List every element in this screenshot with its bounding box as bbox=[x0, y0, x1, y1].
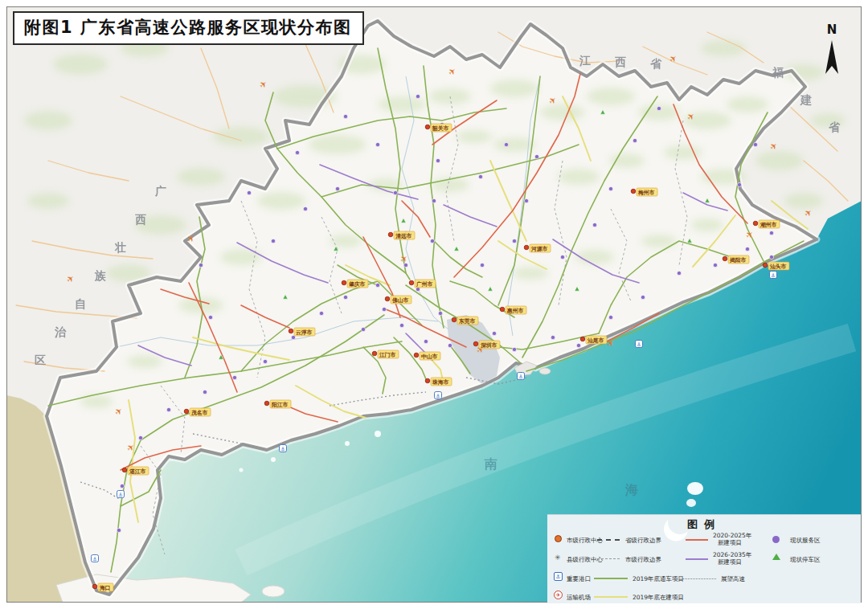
city-admin-center-icon bbox=[555, 535, 562, 542]
port-anchor-icon: ⚓ bbox=[436, 393, 440, 399]
city-label: 广州市 bbox=[416, 280, 433, 288]
service-area-marker bbox=[247, 190, 251, 194]
city-center-dot bbox=[264, 401, 269, 406]
city-label: 深圳市 bbox=[480, 341, 497, 349]
hk-island bbox=[539, 368, 551, 374]
service-area-marker bbox=[560, 255, 564, 259]
neighbor-province-label: 西 bbox=[135, 213, 146, 226]
city-boundary-line-sample bbox=[597, 558, 620, 559]
islet bbox=[345, 441, 350, 446]
service-area-marker bbox=[551, 335, 555, 339]
service-area-marker bbox=[430, 239, 434, 243]
airport-icon: ✈ bbox=[554, 591, 563, 599]
legend-label-service-area: 现状服务区 bbox=[790, 537, 821, 544]
mountain-texture bbox=[810, 113, 845, 128]
construction-2019-line-sample bbox=[594, 596, 628, 598]
service-area-marker bbox=[199, 263, 203, 267]
mountain-texture bbox=[177, 168, 225, 186]
north-arrow-icon bbox=[815, 35, 849, 76]
mountain-texture bbox=[27, 193, 69, 209]
city-label: 汕尾市 bbox=[587, 337, 604, 344]
service-area-marker bbox=[399, 323, 403, 327]
legend-label-new-2020-2025-l2: 新建项目 bbox=[713, 540, 751, 547]
service-area-marker bbox=[480, 263, 484, 267]
city-label: 珠海市 bbox=[432, 378, 449, 386]
service-area-marker bbox=[208, 315, 212, 319]
city-center-dot bbox=[342, 280, 346, 285]
figure-title: 附图1 广东省高速公路服务区现状分布图 bbox=[13, 11, 364, 45]
service-area-marker bbox=[769, 255, 773, 259]
map-figure-page: ⚓⚓⚓⚓⚓⚓⚓✈✈✈✈✈✈✈✈✈✈✈✈✈✈✈广州市佛山市深圳市东莞市珠海市中山市… bbox=[0, 0, 868, 613]
mountain-texture bbox=[701, 40, 746, 56]
port-icon: ⚓ bbox=[554, 572, 563, 581]
city-center-dot bbox=[524, 245, 529, 250]
mountain-texture bbox=[755, 151, 804, 170]
service-area-marker bbox=[416, 94, 420, 98]
city-center-dot bbox=[425, 378, 430, 383]
city-center-dot bbox=[500, 307, 505, 312]
new-2020-2025-line-sample bbox=[686, 539, 708, 541]
neighbor-province-label: 治 bbox=[54, 325, 67, 338]
legend-label-construction-2019: 2019年底在建项目 bbox=[633, 594, 684, 601]
service-area-marker bbox=[512, 347, 516, 351]
service-area-marker bbox=[753, 142, 757, 146]
legend-label-county-admin-center: 县级行政中心 bbox=[567, 556, 603, 563]
county-admin-center-icon: ✳ bbox=[555, 554, 561, 562]
service-area-marker bbox=[295, 150, 299, 154]
service-area-marker bbox=[138, 435, 142, 439]
service-area-marker bbox=[737, 182, 741, 186]
service-area-marker bbox=[393, 190, 397, 194]
mountain-texture bbox=[213, 127, 269, 146]
island bbox=[686, 499, 696, 507]
service-area-marker bbox=[375, 283, 379, 287]
neighbor-province-label: 省 bbox=[650, 57, 662, 70]
service-area-marker bbox=[608, 315, 612, 319]
parking-area-icon bbox=[772, 554, 780, 560]
mountain-texture bbox=[127, 355, 162, 368]
city-center-dot bbox=[452, 317, 457, 322]
service-area-marker bbox=[448, 343, 452, 347]
service-area-marker bbox=[633, 138, 637, 142]
mountain-texture bbox=[257, 192, 305, 210]
service-area-marker bbox=[677, 271, 681, 275]
city-center-dot bbox=[388, 232, 393, 237]
city-center-dot bbox=[580, 337, 585, 341]
port-anchor-icon: ⚓ bbox=[118, 492, 123, 498]
city-center-dot bbox=[372, 351, 377, 356]
city-center-dot bbox=[92, 584, 97, 589]
service-area-marker bbox=[232, 375, 236, 379]
service-area-marker bbox=[438, 311, 442, 315]
service-area-marker bbox=[504, 142, 508, 146]
mountain-texture bbox=[691, 219, 723, 231]
legend-label-prospective: 展望高速 bbox=[721, 575, 745, 582]
service-area-marker bbox=[478, 174, 482, 178]
service-area-marker bbox=[166, 407, 170, 411]
city-center-dot bbox=[122, 468, 127, 472]
mountain-texture bbox=[587, 88, 635, 105]
city-label: 东莞市 bbox=[458, 317, 476, 325]
service-area-marker bbox=[657, 106, 661, 110]
service-area-marker bbox=[608, 186, 612, 190]
service-area-marker bbox=[203, 390, 207, 394]
port-anchor-icon: ⚓ bbox=[92, 556, 97, 562]
legend: 图例 市级行政中心 ✳ 县级行政中心 ⚓ 重要港口 ✈ 运输机场 省级行政边界 … bbox=[547, 514, 861, 603]
mountain-texture bbox=[784, 193, 823, 209]
neighbor-province-label: 壮 bbox=[114, 241, 126, 254]
legend-title: 图例 bbox=[547, 517, 861, 532]
city-label: 佛山市 bbox=[391, 296, 409, 304]
service-area-marker bbox=[524, 198, 528, 202]
service-area-marker bbox=[343, 295, 347, 299]
sea-label: 南 bbox=[484, 456, 499, 472]
service-area-marker bbox=[335, 186, 339, 190]
service-area-marker bbox=[382, 307, 386, 311]
port-anchor-icon: ⚓ bbox=[280, 446, 285, 452]
city-center-dot bbox=[753, 221, 758, 226]
prospective-line-sample bbox=[682, 578, 716, 579]
mountain-texture bbox=[540, 104, 585, 121]
neighbor-province-label: 自 bbox=[75, 297, 86, 310]
north-label: N bbox=[815, 24, 849, 35]
service-area-marker bbox=[512, 239, 516, 243]
islet bbox=[271, 457, 276, 462]
neighbor-province-label: 广 bbox=[154, 185, 166, 198]
city-label: 梅州市 bbox=[637, 189, 655, 196]
